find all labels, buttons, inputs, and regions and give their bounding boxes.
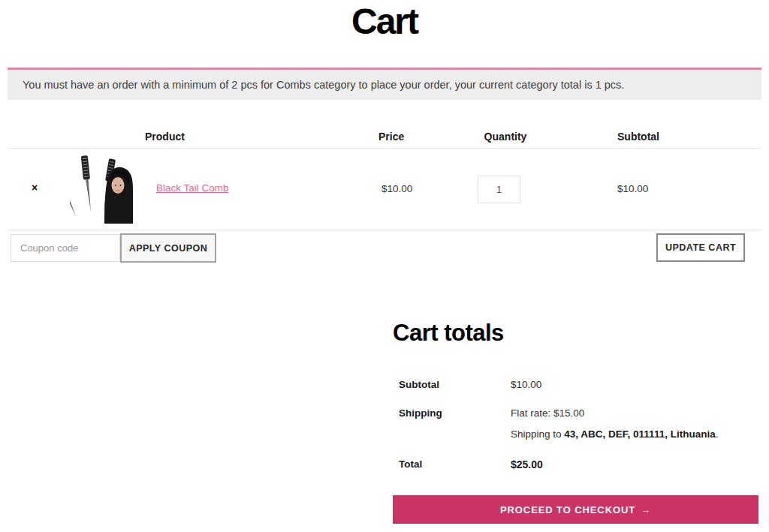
apply-coupon-button[interactable]: APPLY COUPON [120, 233, 216, 263]
total-value: $25.00 [511, 458, 543, 470]
total-label: Total [393, 458, 511, 470]
shipping-destination: Shipping to 43, ABC, DEF, 011111, Lithua… [511, 428, 718, 440]
quantity-column-header: Quantity [476, 131, 535, 143]
cart-actions-row: APPLY COUPON UPDATE CART [8, 233, 761, 263]
update-cart-button[interactable]: UPDATE CART [656, 233, 745, 262]
product-image[interactable] [70, 154, 133, 224]
quantity-input[interactable] [478, 176, 520, 203]
cart-totals-table: Subtotal $10.00 Shipping Flat rate: $15.… [393, 379, 758, 477]
price-column-header: Price [378, 131, 404, 143]
product-column-header: Product [145, 131, 185, 143]
page-title: Cart [0, 0, 769, 44]
shipping-destination-suffix: . [716, 428, 719, 440]
remove-item-icon[interactable]: × [29, 182, 41, 194]
subtotal-label: Subtotal [393, 379, 511, 390]
shipping-details: Flat rate: $15.00 Shipping to 43, ABC, D… [511, 407, 718, 440]
cart-table-header: Product Price Quantity Subtotal [8, 126, 761, 149]
shipping-row: Shipping Flat rate: $15.00 Shipping to 4… [393, 401, 758, 453]
subtotal-value: $10.00 [511, 379, 541, 390]
item-price: $10.00 [381, 183, 412, 194]
cart-totals-section: Cart totals Subtotal $10.00 Shipping Fla… [393, 319, 758, 524]
shipping-destination-prefix: Shipping to [511, 428, 564, 440]
notice-text: You must have an order with a minimum of… [23, 79, 624, 91]
cart-totals-heading: Cart totals [393, 319, 758, 347]
shipping-label: Shipping [393, 407, 511, 419]
coupon-code-input[interactable] [11, 234, 120, 262]
cart-item-row: × [8, 149, 761, 230]
proceed-to-checkout-button[interactable]: PROCEED TO CHECKOUT → [393, 495, 758, 524]
subtotal-column-header: Subtotal [617, 131, 659, 143]
arrow-right-icon: → [641, 504, 651, 515]
shipping-method: Flat rate: $15.00 [511, 407, 718, 419]
proceed-to-checkout-label: PROCEED TO CHECKOUT [500, 504, 635, 515]
item-subtotal: $10.00 [617, 183, 648, 194]
subtotal-row: Subtotal $10.00 [393, 379, 758, 401]
product-link[interactable]: Black Tail Comb [156, 182, 229, 194]
total-row: Total $25.00 [393, 453, 758, 477]
minimum-order-notice: You must have an order with a minimum of… [8, 68, 761, 100]
shipping-destination-address: 43, ABC, DEF, 011111, Lithuania [564, 428, 715, 440]
cart-page: Cart You must have an order with a minim… [0, 0, 769, 532]
